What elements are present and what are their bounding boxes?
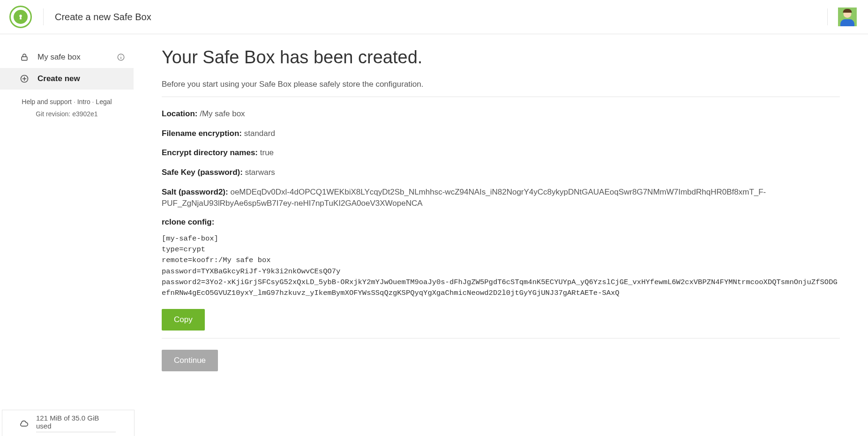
kv-value: starwars xyxy=(245,168,275,177)
sidebar-item-my-safe-box[interactable]: My safe box xyxy=(0,46,134,68)
info-icon[interactable] xyxy=(117,53,125,61)
kv-value: /My safe box xyxy=(200,109,245,118)
kv-label: Location: xyxy=(162,109,198,118)
page-subtitle: Before you start using your Safe Box ple… xyxy=(162,80,840,89)
sidebar-item-create-new[interactable]: Create new xyxy=(0,68,134,90)
svg-point-0 xyxy=(19,15,22,17)
header-divider xyxy=(827,8,828,25)
kv-label: Filename encryption: xyxy=(162,129,242,138)
kv-value: true xyxy=(260,148,274,157)
storage-text: 121 MiB of 35.0 GiB used xyxy=(36,414,116,432)
kv-value: oeMDEqDv0Dxl-4dOPCQ1WEKbiX8LYcqyDt2Sb_NL… xyxy=(162,188,766,208)
avatar[interactable] xyxy=(838,8,857,26)
copy-button[interactable]: Copy xyxy=(162,309,205,331)
header-right xyxy=(827,8,857,26)
kv-location: Location: /My safe box xyxy=(162,108,840,120)
kv-safekey: Safe Key (password): starwars xyxy=(162,167,840,179)
kv-label: Safe Key (password): xyxy=(162,168,243,177)
kv-filename-encryption: Filename encryption: standard xyxy=(162,128,840,140)
lock-icon xyxy=(20,53,29,62)
rclone-config-value: [my-safe-box] type=crypt remote=koofr:/M… xyxy=(162,233,840,299)
footer-link-legal[interactable]: Legal xyxy=(96,98,112,105)
kv-value: standard xyxy=(244,129,275,138)
header-divider xyxy=(43,8,44,25)
config-details: Location: /My safe box Filename encrypti… xyxy=(162,108,840,210)
rclone-config-label: rclone config: xyxy=(162,218,840,227)
svg-point-4 xyxy=(120,55,121,56)
sidebar-item-label: Create new xyxy=(37,74,80,83)
kv-label: Encrypt directory names: xyxy=(162,148,258,157)
plus-circle-icon xyxy=(20,74,29,83)
footer-link-help[interactable]: Help and support xyxy=(22,98,72,105)
app-logo[interactable] xyxy=(9,6,32,28)
svg-rect-1 xyxy=(22,57,27,60)
kv-label: Salt (password2): xyxy=(162,188,228,196)
git-revision: Git revision: e3902e1 xyxy=(36,110,97,118)
footer-links: Help and support · Intro · Legal xyxy=(22,98,112,105)
main-content: Your Safe Box has been created. Before y… xyxy=(134,34,868,436)
app-header: Create a new Safe Box xyxy=(0,0,868,34)
revision-label: Git revision: xyxy=(36,110,70,118)
keyhole-icon xyxy=(14,10,28,24)
continue-button[interactable]: Continue xyxy=(162,350,218,371)
separator xyxy=(162,338,840,338)
header-left: Create a new Safe Box xyxy=(9,6,151,28)
kv-encrypt-dir: Encrypt directory names: true xyxy=(162,147,840,159)
revision-value: e3902e1 xyxy=(72,110,98,118)
cloud-icon xyxy=(19,419,29,428)
separator xyxy=(162,97,840,97)
page-title: Your Safe Box has been created. xyxy=(162,47,840,68)
storage-widget[interactable]: 121 MiB of 35.0 GiB used xyxy=(2,410,135,436)
sidebar-footer: Help and support · Intro · Legal Git rev… xyxy=(0,98,134,118)
sidebar: My safe box Create new Help and support … xyxy=(0,34,134,436)
page-header-title: Create a new Safe Box xyxy=(55,12,151,23)
sidebar-item-label: My safe box xyxy=(37,53,81,62)
kv-salt: Salt (password2): oeMDEqDv0Dxl-4dOPCQ1WE… xyxy=(162,187,840,210)
footer-link-intro[interactable]: Intro xyxy=(77,98,90,105)
